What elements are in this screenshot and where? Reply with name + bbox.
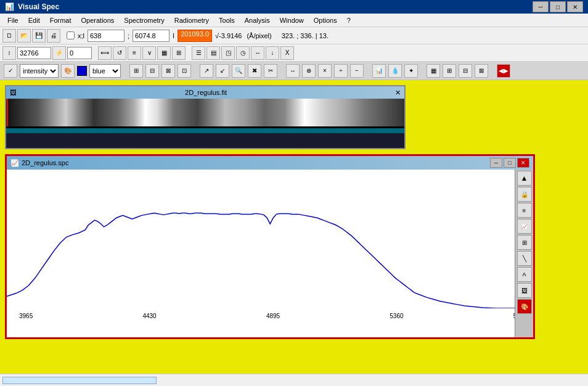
tb3-btn3[interactable]: ⊠: [161, 64, 175, 78]
tb2-btn4[interactable]: ↺: [113, 46, 126, 60]
tb2-btn11[interactable]: ◳: [221, 46, 235, 60]
menu-analysis[interactable]: Analysis: [240, 15, 275, 25]
fit-close-btn[interactable]: ✕: [395, 89, 401, 97]
minimize-button[interactable]: ─: [533, 1, 549, 12]
intensity-value: 201093.0: [178, 30, 212, 42]
tb3-btn20[interactable]: ⊟: [459, 64, 472, 78]
tb3-btn15[interactable]: 📊: [372, 64, 386, 78]
menu-radiometry[interactable]: Radiometry: [169, 15, 214, 25]
menu-tools[interactable]: Tools: [214, 15, 240, 25]
menu-help[interactable]: ?: [342, 15, 356, 25]
app-title: Visual Spec: [18, 2, 59, 11]
tb2-btn6[interactable]: ∨: [142, 46, 156, 60]
grid-btn[interactable]: ⊞: [517, 235, 532, 250]
title-bar: 📊 Visual Spec ─ □ ✕: [0, 0, 588, 14]
x-label-2: 4430: [142, 313, 156, 319]
menu-format[interactable]: Format: [45, 15, 76, 25]
tb3-btn1[interactable]: ⊞: [129, 64, 143, 78]
open-button[interactable]: 📂: [17, 29, 31, 43]
tb3-btn18[interactable]: ▦: [427, 64, 440, 78]
position-display: 323. ; 336. | 13.: [280, 32, 330, 39]
tb3-btn21[interactable]: ⊠: [475, 64, 488, 78]
tb2-btn2[interactable]: ⚡: [52, 46, 66, 60]
toolbar-2: ↕ ⚡ ⟺ ↺ ≡ ∨ ▦ ⊞ ☰ ▤ ◳ ◷ ↔ ↓ X: [0, 44, 588, 62]
tb3-btn16[interactable]: 💧: [388, 64, 402, 78]
coord-x-input[interactable]: [88, 30, 125, 42]
lines-btn[interactable]: ≡: [517, 203, 532, 218]
tb2-btn14[interactable]: ↓: [266, 46, 279, 60]
tb2-btn5[interactable]: ≡: [128, 46, 141, 60]
menu-file[interactable]: File: [2, 15, 23, 25]
tb3-btn11[interactable]: ⊕: [302, 64, 316, 78]
lock-btn[interactable]: 🔒: [517, 187, 532, 202]
image-btn[interactable]: 🖼: [517, 283, 532, 298]
tb2-btn1[interactable]: ↕: [2, 46, 16, 60]
menu-window[interactable]: Window: [275, 15, 309, 25]
tb3-btn10[interactable]: ↔: [286, 64, 300, 78]
tb2-btn13[interactable]: ↔: [251, 46, 264, 60]
spectrum-chart: [7, 170, 515, 308]
tb3-btn19[interactable]: ⊞: [443, 64, 456, 78]
menu-spectrometry[interactable]: Spectrometry: [119, 15, 169, 25]
maximize-button[interactable]: □: [550, 1, 566, 12]
tb3-check[interactable]: ✓: [4, 64, 17, 78]
color-swatch[interactable]: [77, 66, 87, 76]
x-axis-labels: 3965 4430 4895 5360 5825: [7, 308, 533, 324]
menu-edit[interactable]: Edit: [23, 15, 45, 25]
tb2-input1[interactable]: [17, 47, 51, 59]
tb3-btn9[interactable]: ✂: [264, 64, 277, 78]
tb3-btn4[interactable]: ⊡: [178, 64, 191, 78]
spc-title-controls: ─ □ ✕: [490, 158, 529, 168]
tb3-red-btn[interactable]: ◀▶: [497, 64, 510, 78]
tb2-btn10[interactable]: ▤: [206, 46, 220, 60]
text-btn[interactable]: A: [517, 267, 532, 282]
tb3-color-btn[interactable]: 🎨: [61, 64, 75, 78]
tb3-btn8[interactable]: ✖: [248, 64, 261, 78]
fit-content: [6, 99, 404, 148]
color-dropdown[interactable]: blue red green gray: [89, 64, 121, 78]
spc-restore-btn[interactable]: □: [504, 158, 516, 168]
intensity-dropdown[interactable]: intensity counts flux: [20, 64, 59, 78]
x-label-3: 4895: [266, 313, 280, 319]
tb2-input2[interactable]: [67, 47, 92, 59]
menu-operations[interactable]: Operations: [76, 15, 120, 25]
save-button[interactable]: 💾: [32, 29, 46, 43]
tb2-btn7[interactable]: ▦: [157, 46, 171, 60]
status-bar: [0, 374, 588, 386]
svg-rect-0: [6, 99, 404, 126]
fit-spectrum-image: [6, 99, 404, 148]
tb2-btn3[interactable]: ⟺: [98, 46, 112, 60]
tb3-btn12[interactable]: ×: [318, 64, 332, 78]
tb3-btn2[interactable]: ⊟: [145, 64, 159, 78]
xy-checkbox[interactable]: [67, 31, 75, 39]
spc-window: 📈 2D_regulus.spc ─ □ ✕: [5, 154, 535, 339]
tb3-btn17[interactable]: ✦: [404, 64, 418, 78]
graph-btn[interactable]: 📈: [517, 219, 532, 234]
tb3-btn6[interactable]: ↙: [216, 64, 229, 78]
close-button[interactable]: ✕: [567, 1, 583, 12]
coord-separator: ;: [126, 32, 131, 39]
tb3-btn5[interactable]: ↗: [200, 64, 213, 78]
palette-btn[interactable]: 🎨: [517, 299, 532, 314]
diagonal-btn[interactable]: ╲: [517, 251, 532, 266]
tb3-btn14[interactable]: −: [350, 64, 364, 78]
coord-y-input[interactable]: [133, 30, 169, 42]
toolbar-3: ✓ intensity counts flux 🎨 blue red green…: [0, 62, 588, 80]
tb2-btn12[interactable]: ◷: [236, 46, 250, 60]
tb3-btn7[interactable]: 🔍: [232, 64, 245, 78]
spc-minimize-btn[interactable]: ─: [490, 158, 502, 168]
spc-close-btn[interactable]: ✕: [517, 158, 529, 168]
menu-options[interactable]: Options: [309, 15, 342, 25]
tb3-btn13[interactable]: ÷: [334, 64, 348, 78]
tb2-btn15[interactable]: X: [280, 46, 294, 60]
tb2-btn9[interactable]: ☰: [192, 46, 205, 60]
tb2-btn8[interactable]: ⊞: [172, 46, 186, 60]
sqrt-value: √-3.9146: [213, 32, 243, 39]
fit-title-bar: 🖼 2D_regulus.fit ✕: [6, 86, 404, 99]
title-bar-left: 📊 Visual Spec: [5, 2, 59, 11]
menu-bar: File Edit Format Operations Spectrometry…: [0, 14, 588, 27]
new-button[interactable]: 🗋: [2, 29, 16, 43]
print-button[interactable]: 🖨: [47, 29, 60, 43]
scroll-up-btn[interactable]: ▲: [517, 171, 532, 186]
x-label-1: 3965: [19, 313, 33, 319]
